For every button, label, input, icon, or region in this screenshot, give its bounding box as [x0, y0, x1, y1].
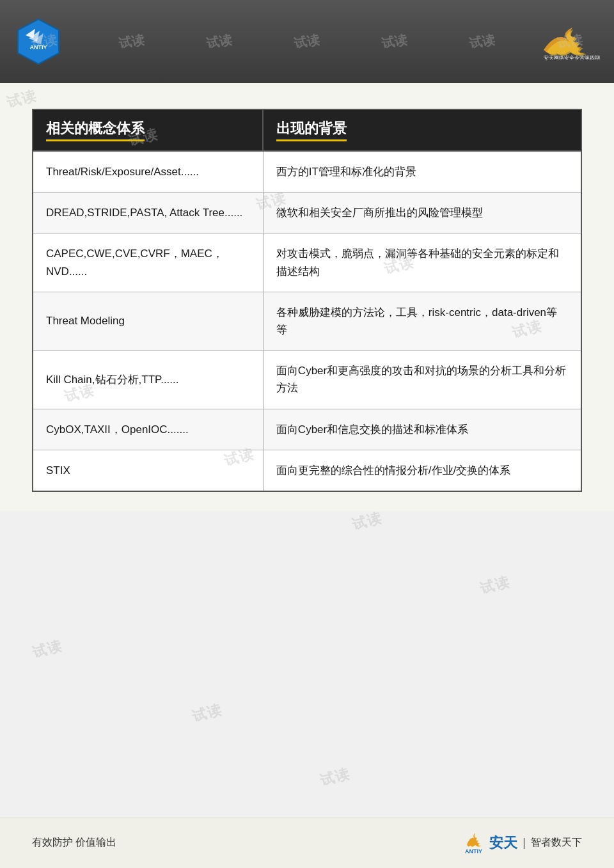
watermark-8: 试读	[350, 508, 384, 534]
table-cell-left: DREAD,STRIDE,PASTA, Attack Tree......	[33, 193, 263, 233]
table-row: Threat Modeling各种威胁建模的方法论，工具，risk-centri…	[33, 292, 581, 350]
footer-right: ANTIY 安天 | 智者数天下	[464, 832, 582, 854]
table-cell-left: STIX	[33, 450, 263, 491]
table-cell-left: Threat Modeling	[33, 292, 263, 350]
table-cell-right: 西方的IT管理和标准化的背景	[263, 151, 581, 193]
svg-text:ANTIY: ANTIY	[30, 44, 47, 51]
table-cell-right: 面向更完整的综合性的情报分析/作业/交换的体系	[263, 450, 581, 491]
table-cell-right: 微软和相关安全厂商所推出的风险管理模型	[263, 193, 581, 233]
svg-text:安天网络安全令营第四期: 安天网络安全令营第四期	[544, 55, 600, 59]
watermark-9: 试读	[478, 572, 512, 598]
table-row: STIX面向更完整的综合性的情报分析/作业/交换的体系	[33, 450, 581, 491]
table-cell-right: 各种威胁建模的方法论，工具，risk-centric，data-driven等等	[263, 292, 581, 350]
watermark-12: 试读	[318, 764, 352, 790]
table-row: CAPEC,CWE,CVE,CVRF，MAEC，NVD......对攻击模式，脆…	[33, 233, 581, 292]
table-row: CybOX,TAXII，OpenIOC.......面向Cyber和信息交换的描…	[33, 409, 581, 450]
svg-text:ANTIY: ANTIY	[465, 848, 482, 854]
col1-header: 相关的概念体系	[33, 109, 263, 151]
header: ANTIY 试读 试读 试读 试读 试读 试读 试读 安天网络安全令营第四期	[0, 0, 614, 83]
table-cell-left: CAPEC,CWE,CVE,CVRF，MAEC，NVD......	[33, 233, 263, 292]
footer-left-text: 有效防护 价值输出	[32, 836, 116, 849]
header-watermark-5: 试读	[381, 31, 409, 52]
table-row: Threat/Risk/Exposure/Asset......西方的IT管理和…	[33, 151, 581, 193]
concept-table: 相关的概念体系 出现的背景 Threat/Risk/Exposure/Asset…	[32, 109, 582, 492]
header-watermark-4: 试读	[293, 31, 321, 52]
header-right-logo: 安天网络安全令营第四期	[537, 24, 601, 59]
table-cell-left: Kill Chain,钻石分析,TTP......	[33, 351, 263, 409]
header-watermark-6: 试读	[468, 31, 496, 52]
logo-hexagon: ANTIY	[13, 16, 64, 67]
main-content: 相关的概念体系 出现的背景 Threat/Risk/Exposure/Asset…	[0, 83, 614, 511]
footer-brand-sub: 智者数天下	[531, 836, 582, 849]
table-cell-right: 对攻击模式，脆弱点，漏洞等各种基础的安全元素的标定和描述结构	[263, 233, 581, 292]
table-cell-left: Threat/Risk/Exposure/Asset......	[33, 151, 263, 193]
header-watermarks: 试读 试读 试读 试读 试读 试读 试读	[0, 0, 614, 83]
table-cell-right: 面向Cyber和信息交换的描述和标准体系	[263, 409, 581, 450]
table-row: Kill Chain,钻石分析,TTP......面向Cyber和更高强度的攻击…	[33, 351, 581, 409]
table-cell-left: CybOX,TAXII，OpenIOC.......	[33, 409, 263, 450]
footer: 有效防护 价值输出 ANTIY 安天 | 智者数天下	[0, 817, 614, 868]
watermark-11: 试读	[190, 700, 224, 726]
table-cell-right: 面向Cyber和更高强度的攻击和对抗的场景的分析工具和分析方法	[263, 351, 581, 409]
logo-container: ANTIY	[13, 16, 64, 67]
header-watermark-3: 试读	[205, 31, 233, 52]
footer-logo: ANTIY 安天 | 智者数天下	[464, 832, 582, 854]
table-row: DREAD,STRIDE,PASTA, Attack Tree......微软和…	[33, 193, 581, 233]
footer-brand: 安天	[489, 833, 517, 853]
header-watermark-2: 试读	[118, 31, 146, 52]
watermark-10: 试读	[30, 636, 65, 662]
col2-header: 出现的背景	[263, 109, 581, 151]
